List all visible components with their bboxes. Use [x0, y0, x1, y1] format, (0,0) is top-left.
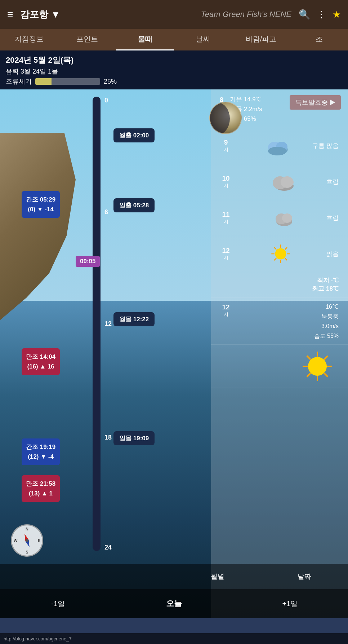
weather-condition-10: 흐림	[326, 178, 342, 186]
tab-bar: 지점정보 포인트 물때 날씨 바람/파고 조	[0, 29, 348, 50]
svg-line-27	[307, 373, 311, 377]
svg-line-16	[285, 258, 287, 260]
weather-unit-11: 시	[224, 219, 228, 225]
weather-hour-10: 10	[222, 175, 229, 182]
compass-outer: N S E W	[11, 524, 43, 557]
weather-hour-12: 12	[222, 247, 229, 255]
weather-unit-9: 시	[224, 146, 228, 153]
weather-icon-12	[235, 243, 326, 265]
weather-unit-12b: 시	[224, 311, 228, 318]
current-strength: 조류세기 25%	[6, 77, 342, 86]
search-icon[interactable]: 🔍	[299, 9, 310, 20]
weather-hour-11: 11	[222, 211, 229, 219]
weather-condition-12: 맑음	[326, 250, 342, 258]
weather-icon-sun2	[301, 350, 334, 383]
svg-line-18	[274, 258, 276, 260]
weather-icon-10	[235, 172, 326, 192]
lunar-date: 음력 3월 24일 1물	[6, 67, 342, 76]
next-day-button[interactable]: +1일	[232, 599, 348, 609]
high-tide-2: 만조 21:58 (13) ▲ 1	[22, 475, 60, 502]
svg-line-15	[274, 247, 276, 250]
current-time-marker: 09:05	[76, 256, 100, 267]
moonrise-event: 월출 02:00	[113, 128, 155, 142]
star-icon[interactable]: ★	[333, 9, 341, 20]
tab-point[interactable]: 포인트	[58, 29, 116, 50]
svg-point-10	[275, 248, 286, 260]
url-bar: http://blog.naver.com/bgcnene_7	[0, 633, 348, 644]
low-tide-1: 간조 05:29 (0) ▼ -14	[22, 191, 60, 218]
prev-day-button[interactable]: -1일	[0, 599, 116, 609]
weather-row-12-wind: 12 시 16℃ 북동풍 3.0m/s 습도 55%	[211, 297, 348, 345]
weather-condition-11: 흐림	[326, 214, 342, 222]
tab-tide[interactable]: 물때	[116, 29, 174, 50]
temp-minmax: 최저 -℃ 최고 18℃	[312, 276, 342, 293]
hour-label-18: 18	[104, 434, 112, 441]
current-label: 조류세기	[6, 77, 32, 86]
weather-unit-12: 시	[224, 255, 228, 261]
header: ≡ 감포항 ▼ Team Green Fish's NENE 🔍 ⋮ ★	[0, 0, 348, 29]
tab-current[interactable]: 조	[290, 29, 348, 50]
sunset-event: 일몰 19:09	[113, 431, 155, 445]
tab-wind[interactable]: 바람/파고	[232, 29, 290, 50]
weather-condition-9: 구름 많음	[312, 142, 342, 150]
svg-point-19	[308, 357, 327, 376]
low-tide-2: 간조 19:19 (12) ▼ -4	[22, 438, 60, 465]
svg-point-3	[268, 147, 287, 155]
current-bar	[35, 78, 100, 85]
weather-panel: 8 시 현재 기온 14.9℃ 동풍 2.2m/s 습도 65% 9 시	[211, 89, 348, 618]
weather-wind-info: 16℃ 북동풍 3.0m/s 습도 55%	[314, 302, 342, 341]
moonset-event: 월몰 12:22	[113, 312, 155, 326]
weather-row-11: 11 시 흐림	[211, 200, 348, 236]
svg-line-26	[324, 356, 328, 360]
app-title: Team Green Fish's NENE	[201, 10, 291, 19]
sunrise-event: 일출 05:28	[113, 198, 155, 212]
weather-unit-10: 시	[224, 182, 228, 189]
more-icon[interactable]: ⋮	[317, 9, 326, 20]
header-actions: 🔍 ⋮ ★	[299, 9, 341, 20]
tab-location[interactable]: 지점정보	[0, 29, 58, 50]
weather-icon-9	[235, 136, 312, 156]
hour-label-6: 6	[104, 208, 108, 216]
svg-line-25	[324, 373, 328, 377]
location-selector[interactable]: 감포항 ▼	[20, 8, 60, 21]
date-display: 2024년 5월 2일(목)	[6, 55, 342, 66]
high-tide-1: 만조 14:04 (16) ▲ 16	[22, 348, 60, 375]
bottom-action-bar: 월별 날짜	[0, 564, 348, 589]
date-button[interactable]: 날짜	[261, 572, 348, 581]
tidal-timeline-bar	[93, 97, 101, 551]
svg-point-6	[281, 176, 294, 188]
tab-weather[interactable]: 날씨	[174, 29, 232, 50]
weather-minmax-temp: 최저 -℃ 최고 18℃	[211, 272, 348, 297]
monthly-button[interactable]: 월별	[174, 572, 261, 581]
current-percent: 25%	[104, 78, 117, 85]
today-button[interactable]: 오늘	[116, 598, 232, 609]
svg-point-9	[282, 213, 292, 223]
weather-row-sun2	[211, 345, 348, 388]
weather-row-12: 12 시	[211, 236, 348, 272]
weather-row-9: 9 시 구름 많음	[211, 128, 348, 164]
menu-icon[interactable]: ≡	[7, 9, 13, 20]
weather-icon-11	[235, 208, 326, 228]
weather-hour-9: 9	[224, 138, 228, 146]
svg-line-17	[285, 247, 287, 250]
svg-line-24	[307, 356, 311, 360]
current-fill	[35, 78, 52, 85]
bottom-navigation: -1일 오늘 +1일	[0, 589, 348, 618]
hour-label-0: 0	[104, 97, 108, 104]
weather-hour-12b: 12	[222, 303, 229, 311]
hour-label-24: 24	[104, 544, 112, 551]
weather-row-10: 10 시 흐림	[211, 164, 348, 200]
hour-label-12: 12	[104, 320, 112, 328]
moon-display	[209, 102, 242, 134]
compass: N S E W	[11, 524, 43, 557]
current-time-line	[83, 261, 97, 261]
